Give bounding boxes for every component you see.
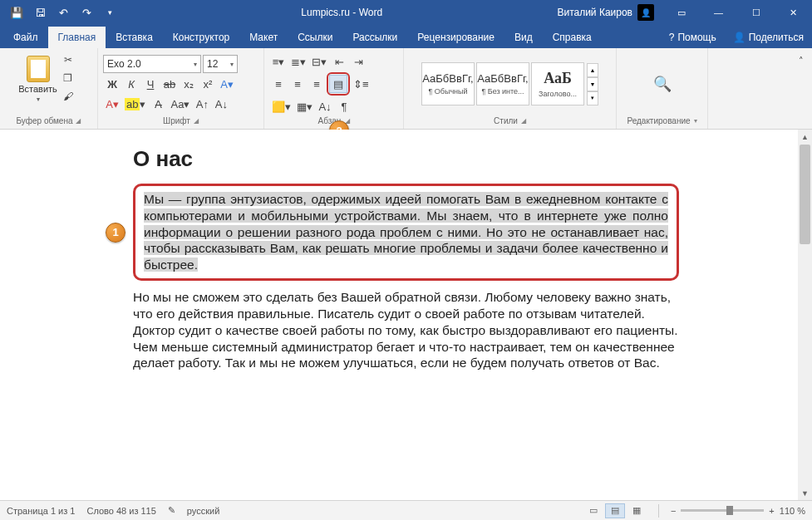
group-editing: 🔍 Редактирование▾	[617, 48, 708, 129]
share-button[interactable]: 👤Поделиться	[725, 27, 812, 48]
align-left-button[interactable]: ≡	[269, 75, 288, 93]
tab-layout[interactable]: Макет	[239, 27, 288, 48]
qat-dropdown-icon[interactable]: ▾	[100, 2, 120, 22]
tab-home[interactable]: Главная	[48, 27, 106, 48]
tab-insert[interactable]: Вставка	[106, 27, 163, 48]
tab-review[interactable]: Рецензирование	[407, 27, 504, 48]
collapse-ribbon-button[interactable]: ˄	[792, 52, 810, 70]
styles-expand[interactable]: ▾	[587, 91, 598, 105]
search-icon: 🔍	[653, 75, 672, 93]
callout-1-badge: 1	[106, 223, 125, 243]
language-indicator[interactable]: русский	[187, 506, 219, 516]
brush-icon: 🖌	[63, 91, 73, 102]
italic-button[interactable]: К	[122, 75, 140, 93]
zoom-control: − + 110 %	[671, 506, 805, 516]
paragraph-1[interactable]: Мы — группа энтузиастов, одержимых идеей…	[144, 191, 668, 273]
change-case-button[interactable]: Aa▾	[168, 95, 192, 113]
quick-access-toolbar: 💾 🖫 ↶ ↷ ▾	[0, 2, 126, 22]
tab-help[interactable]: Справка	[543, 27, 602, 48]
zoom-in-button[interactable]: +	[769, 506, 774, 516]
undo-icon[interactable]: ↶	[53, 2, 73, 22]
copy-button[interactable]: ❐	[59, 70, 77, 86]
show-marks-button[interactable]: ¶	[335, 97, 353, 115]
maximize-button[interactable]: ☐	[737, 0, 775, 25]
underline-button[interactable]: Ч	[141, 75, 160, 93]
close-button[interactable]: ✕	[775, 0, 812, 25]
page[interactable]: О нас 1 Мы — группа энтузиастов, одержим…	[25, 138, 787, 398]
tab-file[interactable]: Файл	[3, 27, 48, 48]
tab-mailings[interactable]: Рассылки	[342, 27, 407, 48]
find-button[interactable]: 🔍	[651, 75, 674, 93]
align-right-button[interactable]: ≡	[308, 75, 326, 93]
print-layout-button[interactable]: ▤	[605, 503, 625, 518]
zoom-level[interactable]: 110 %	[780, 506, 805, 516]
cut-button[interactable]: ✂	[59, 52, 77, 68]
style-no-spacing[interactable]: АаБбВвГг,¶ Без инте...	[476, 62, 529, 105]
bold-button[interactable]: Ж	[103, 75, 121, 93]
zoom-thumb[interactable]	[726, 506, 733, 515]
styles-gallery[interactable]: АаБбВвГг,¶ Обычный АаБбВвГг,¶ Без инте..…	[421, 62, 584, 105]
window-controls: ▭ — ☐ ✕	[662, 0, 812, 25]
styles-scroll-up[interactable]: ▲	[587, 63, 598, 77]
scroll-down-icon[interactable]: ▼	[798, 486, 812, 500]
zoom-out-button[interactable]: −	[671, 506, 676, 516]
shading-button[interactable]: 🟨▾	[269, 97, 293, 115]
line-spacing-button[interactable]: ⇕≡	[351, 75, 372, 93]
scroll-up-icon[interactable]: ▲	[798, 130, 812, 144]
minimize-button[interactable]: —	[700, 0, 737, 25]
styles-scroll-down[interactable]: ▼	[587, 77, 598, 91]
decrease-indent-button[interactable]: ⇤	[330, 52, 348, 71]
status-bar: Страница 1 из 1 Слово 48 из 115 ✎ русски…	[0, 500, 812, 520]
zoom-slider[interactable]	[681, 509, 764, 512]
view-buttons: ▭ ▤ ▦	[583, 503, 647, 518]
grow-font-button[interactable]: A↑	[193, 95, 211, 113]
numbering-button[interactable]: ≣▾	[288, 52, 308, 71]
font-dialog-icon[interactable]: ◢	[194, 117, 199, 125]
ribbon-tabs: Файл Главная Вставка Конструктор Макет С…	[0, 25, 812, 48]
scroll-thumb[interactable]	[800, 145, 810, 244]
read-mode-button[interactable]: ▭	[583, 503, 603, 518]
paragraph-2[interactable]: Но мы не сможем это сделать без Вашей об…	[133, 289, 679, 371]
style-normal[interactable]: АаБбВвГг,¶ Обычный	[421, 62, 475, 105]
cut-icon: ✂	[64, 54, 72, 66]
save-icon[interactable]: 🖫	[30, 2, 50, 22]
sort-button[interactable]: A↓	[316, 97, 334, 115]
tab-design[interactable]: Конструктор	[163, 27, 239, 48]
title-bar: 💾 🖫 ↶ ↷ ▾ Lumpics.ru - Word Виталий Каир…	[0, 0, 812, 25]
align-center-button[interactable]: ≡	[288, 75, 307, 93]
web-layout-button[interactable]: ▦	[627, 503, 647, 518]
font-color-button[interactable]: A▾	[103, 95, 121, 113]
user-account[interactable]: Виталий Каиров 👤	[557, 4, 662, 21]
bullets-button[interactable]: ≡▾	[269, 52, 288, 71]
word-count[interactable]: Слово 48 из 115	[86, 506, 155, 516]
autosave-icon[interactable]: 💾	[7, 2, 27, 22]
highlight-button[interactable]: ab▾	[122, 95, 148, 113]
multilevel-button[interactable]: ⊟▾	[309, 52, 329, 71]
borders-button[interactable]: ▦▾	[294, 97, 315, 115]
styles-dialog-icon[interactable]: ◢	[521, 117, 526, 125]
clear-format-button[interactable]: A̶	[149, 95, 167, 113]
heading-text[interactable]: О нас	[133, 146, 679, 172]
ribbon-options-icon[interactable]: ▭	[662, 0, 700, 25]
justify-button[interactable]: ▤	[329, 75, 347, 93]
spellcheck-icon[interactable]: ✎	[168, 505, 175, 516]
shrink-font-button[interactable]: A↓	[212, 95, 230, 113]
tab-references[interactable]: Ссылки	[288, 27, 342, 48]
increase-indent-button[interactable]: ⇥	[349, 52, 367, 71]
vertical-scrollbar[interactable]: ▲ ▼	[798, 130, 812, 500]
tab-view[interactable]: Вид	[504, 27, 543, 48]
superscript-button[interactable]: x²	[199, 75, 217, 93]
redo-icon[interactable]: ↷	[76, 2, 96, 22]
strikethrough-button[interactable]: ab	[160, 75, 179, 93]
clipboard-dialog-icon[interactable]: ◢	[76, 117, 81, 125]
text-effects-button[interactable]: A▾	[218, 75, 236, 93]
font-name-combo[interactable]: Exo 2.0▾	[103, 55, 201, 73]
subscript-button[interactable]: x₂	[180, 75, 198, 93]
page-indicator[interactable]: Страница 1 из 1	[7, 506, 75, 516]
style-heading1[interactable]: АаБЗаголово...	[531, 62, 584, 105]
format-painter-button[interactable]: 🖌	[59, 88, 77, 105]
font-size-combo[interactable]: 12▾	[203, 55, 238, 73]
help-button[interactable]: ?Помощь	[661, 27, 725, 48]
help-icon: ?	[669, 32, 675, 43]
paste-button[interactable]: Вставить ▾	[21, 52, 56, 106]
